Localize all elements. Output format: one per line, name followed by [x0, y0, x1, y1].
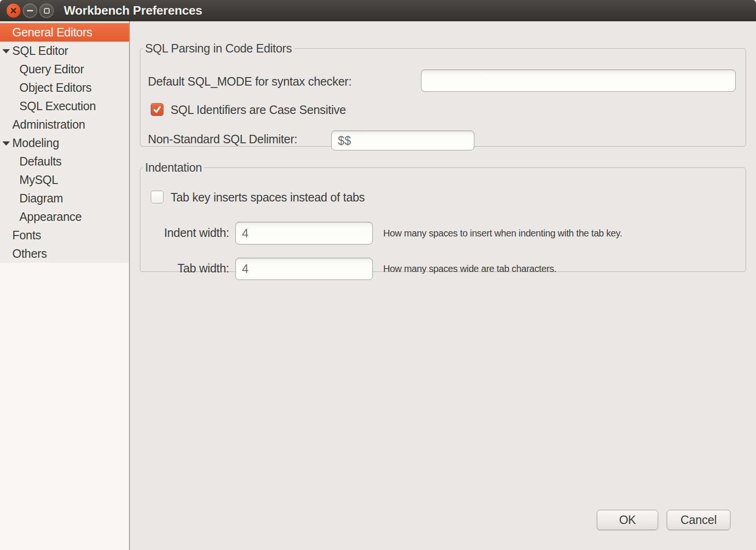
sidebar-item-sql-execution[interactable]: SQL Execution — [0, 97, 129, 115]
sql-mode-input[interactable] — [421, 70, 736, 92]
maximize-button[interactable] — [39, 3, 54, 18]
titlebar: Workbench Preferences — [0, 0, 756, 21]
ok-button[interactable]: OK — [597, 510, 658, 530]
sidebar-item-general-editors[interactable]: General Editors — [0, 23, 129, 42]
indent-width-label: Indent width: — [148, 225, 229, 241]
sidebar-item-label: Others — [12, 247, 47, 260]
indent-width-input[interactable] — [235, 222, 373, 244]
checkmark-icon — [153, 105, 162, 114]
sidebar-item-fonts[interactable]: Fonts — [0, 226, 129, 244]
expander-triangle-icon[interactable] — [2, 141, 10, 146]
delimiter-input[interactable] — [331, 131, 474, 150]
sidebar-item-label: Appearance — [19, 210, 82, 223]
sidebar-item-label: Administration — [12, 118, 85, 131]
tab-width-label: Tab width: — [148, 260, 229, 276]
sidebar-item-label: Modeling — [12, 136, 59, 149]
indentation-group: Indentation Tab key inserts spaces inste… — [140, 161, 746, 272]
expander-triangle-icon[interactable] — [2, 49, 10, 53]
sidebar-item-label: Fonts — [12, 228, 41, 242]
sidebar-item-label: SQL Editor — [12, 44, 68, 57]
window-title: Workbench Preferences — [64, 0, 202, 21]
sidebar-item-others[interactable]: Others — [0, 244, 129, 263]
sidebar-item-label: MySQL — [19, 173, 58, 186]
sql-parsing-group-legend: SQL Parsing in Code Editors — [143, 42, 294, 55]
sidebar-item-label: Object Editors — [19, 81, 92, 94]
case-sensitive-label: SQL Identifiers are Case Sensitive — [171, 102, 346, 118]
close-icon — [10, 7, 17, 14]
cancel-button[interactable]: Cancel — [667, 510, 730, 530]
sidebar-item-defaults[interactable]: Defaults — [0, 152, 129, 171]
indentation-group-legend: Indentation — [143, 161, 204, 175]
sidebar-item-mysql[interactable]: MySQL — [0, 171, 129, 189]
sidebar-item-diagram[interactable]: Diagram — [0, 189, 129, 208]
sidebar-item-label: Query Editor — [19, 62, 84, 76]
sidebar-item-administration[interactable]: Administration — [0, 115, 129, 134]
tab-inserts-spaces-checkbox[interactable] — [151, 191, 163, 203]
tab-inserts-spaces-label: Tab key inserts spaces instead of tabs — [171, 189, 365, 205]
sidebar: General Editors SQL Editor Query Editor … — [0, 21, 130, 550]
sidebar-item-label: SQL Execution — [19, 99, 96, 113]
sql-mode-label: Default SQL_MODE for syntax checker: — [148, 73, 352, 89]
minimize-icon — [27, 10, 33, 11]
delimiter-label: Non-Standard SQL Delimiter: — [148, 131, 297, 147]
tab-width-input[interactable] — [235, 258, 373, 280]
sidebar-item-object-editors[interactable]: Object Editors — [0, 79, 129, 97]
case-sensitive-checkbox[interactable] — [151, 103, 163, 116]
sidebar-item-query-editor[interactable]: Query Editor — [0, 60, 129, 79]
sidebar-item-label: General Editors — [12, 26, 92, 39]
preferences-tree: General Editors SQL Editor Query Editor … — [0, 21, 129, 263]
close-button[interactable] — [6, 3, 21, 18]
tab-width-help: How many spaces wide are tab characters. — [383, 261, 556, 277]
sidebar-item-sql-editor[interactable]: SQL Editor — [0, 42, 129, 60]
preferences-window: Workbench Preferences General Editors SQ… — [0, 0, 756, 550]
sidebar-item-appearance[interactable]: Appearance — [0, 208, 129, 226]
minimize-button[interactable] — [23, 3, 37, 18]
indent-width-help: How many spaces to insert when indenting… — [383, 225, 622, 241]
maximize-icon — [44, 8, 50, 14]
sidebar-item-label: Diagram — [19, 192, 63, 205]
sidebar-item-label: Defaults — [19, 155, 61, 168]
sidebar-item-modeling[interactable]: Modeling — [0, 134, 129, 152]
sql-parsing-group: SQL Parsing in Code Editors Default SQL_… — [140, 42, 746, 147]
